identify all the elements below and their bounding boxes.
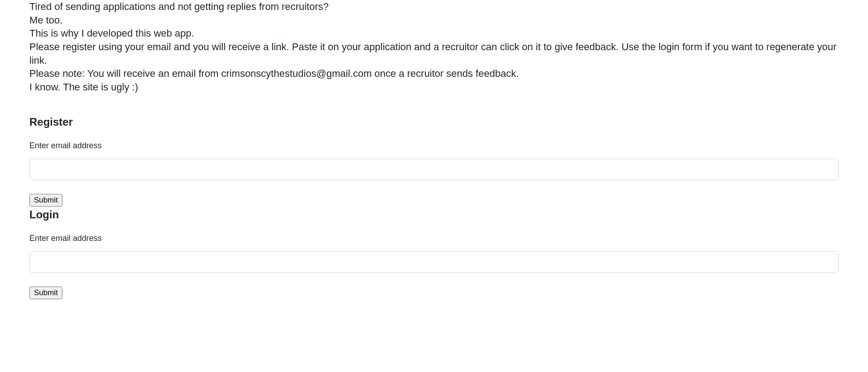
register-heading: Register: [29, 116, 839, 128]
login-heading: Login: [29, 208, 839, 221]
intro-line-2: Me too.: [29, 14, 839, 27]
intro-line-3: This is why I developed this web app.: [29, 27, 839, 40]
register-email-label: Enter email address: [29, 141, 839, 151]
login-email-label: Enter email address: [29, 234, 839, 243]
intro-text: Tired of sending applications and not ge…: [29, 0, 839, 94]
login-email-input[interactable]: [29, 251, 839, 273]
intro-line-1: Tired of sending applications and not ge…: [29, 0, 839, 14]
login-submit-button[interactable]: Submit: [29, 287, 62, 299]
intro-line-5: Please note: You will receive an email f…: [29, 67, 839, 80]
intro-line-6: I know. The site is ugly :): [29, 80, 839, 94]
intro-line-4: Please register using your email and you…: [29, 40, 839, 67]
register-submit-button[interactable]: Submit: [29, 194, 62, 207]
register-email-input[interactable]: [29, 159, 839, 180]
